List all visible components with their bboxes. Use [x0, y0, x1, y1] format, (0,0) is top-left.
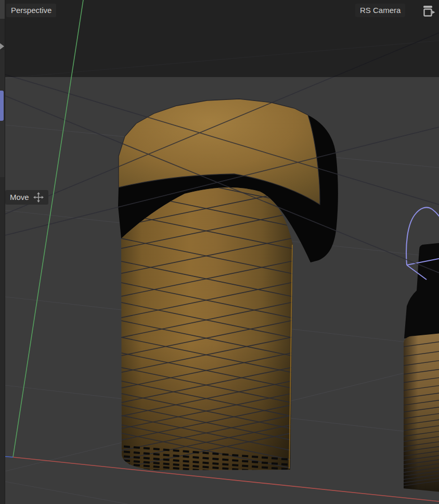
scene-canvas[interactable]	[5, 0, 439, 504]
camera-icon[interactable]	[422, 5, 439, 18]
right-bottle-edge-shade	[404, 333, 439, 495]
left-panel-strip	[0, 0, 5, 504]
tool-label-text: Move	[10, 193, 29, 202]
camera-label-text: RS Camera	[360, 6, 401, 15]
camera-label[interactable]: RS Camera	[355, 4, 405, 17]
panel-active-indicator[interactable]	[0, 91, 4, 121]
viewport[interactable]	[5, 0, 439, 504]
panel-expand-triangle-icon[interactable]	[0, 43, 4, 49]
viewport-window: Perspective RS Camera Move	[0, 0, 439, 504]
panel-divider	[5, 0, 5, 504]
view-label-text: Perspective	[11, 6, 51, 15]
view-label[interactable]: Perspective	[6, 4, 56, 17]
tool-label-move[interactable]: Move	[5, 190, 48, 205]
move-icon	[33, 192, 44, 203]
